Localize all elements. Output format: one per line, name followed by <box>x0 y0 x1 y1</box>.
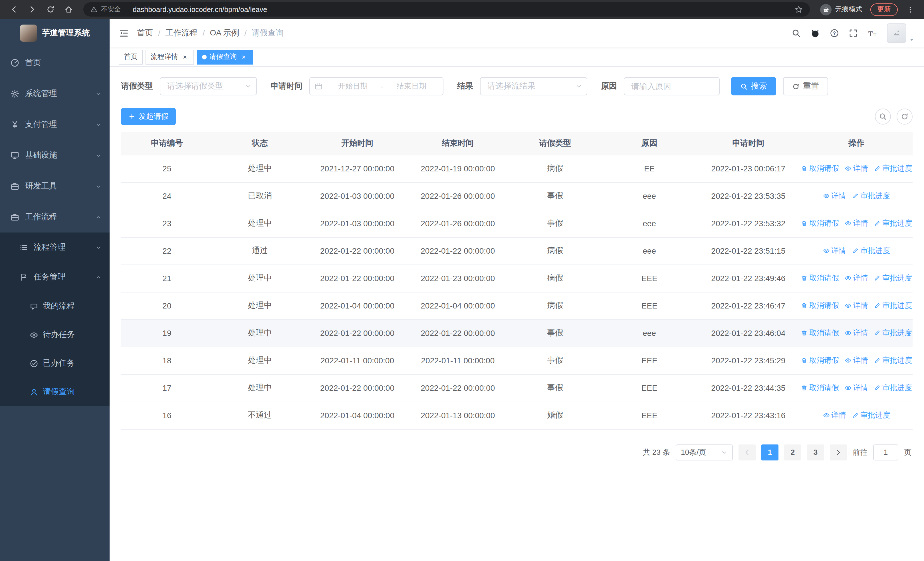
tab-leave-query[interactable]: 请假查询 × <box>197 50 253 64</box>
detail-link[interactable]: 详情 <box>844 301 868 311</box>
create-leave-button[interactable]: 发起请假 <box>121 108 176 125</box>
trash-icon <box>801 385 808 391</box>
workflow-submenu: 流程管理 任务管理 我的流程 待办任务 已办 <box>0 233 110 406</box>
refresh-icon <box>901 113 909 120</box>
tab-process-detail[interactable]: 流程详情 × <box>146 50 194 64</box>
detail-link[interactable]: 详情 <box>844 328 868 338</box>
sidebar-item-system[interactable]: 系统管理 <box>0 78 110 109</box>
help-icon[interactable] <box>830 29 839 38</box>
detail-link[interactable]: 详情 <box>823 191 846 201</box>
detail-link[interactable]: 详情 <box>844 218 868 229</box>
approval-progress-link[interactable]: 审批进度 <box>874 273 912 283</box>
page-button-3[interactable]: 3 <box>807 444 824 460</box>
bookmark-star-button[interactable] <box>795 5 803 14</box>
sidebar-item-leave-query[interactable]: 请假查询 <box>0 378 110 406</box>
collapse-sidebar-button[interactable] <box>119 28 129 38</box>
browser-home-button[interactable] <box>60 2 76 17</box>
sidebar-item-task-mgmt[interactable]: 任务管理 <box>0 262 110 292</box>
chevron-down-icon <box>95 152 102 158</box>
sidebar-item-payment[interactable]: 支付管理 <box>0 109 110 140</box>
search-button[interactable]: 搜索 <box>731 77 776 95</box>
sidebar-item-todo-tasks[interactable]: 待办任务 <box>0 320 110 349</box>
url-bar[interactable]: 不安全 dashboard.yudao.iocoder.cn/bpm/oa/le… <box>83 2 810 17</box>
detail-link[interactable]: 详情 <box>823 410 846 420</box>
tab-home[interactable]: 首页 <box>119 50 142 64</box>
detail-link[interactable]: 详情 <box>844 273 868 283</box>
browser-menu-button[interactable] <box>902 2 918 17</box>
font-size-icon[interactable] <box>867 28 877 38</box>
toggle-search-button[interactable] <box>875 108 891 125</box>
breadcrumb-item[interactable]: 工作流程 <box>165 28 198 38</box>
sidebar-item-infra[interactable]: 基础设施 <box>0 140 110 171</box>
page-button-2[interactable]: 2 <box>784 444 801 460</box>
approval-progress-link[interactable]: 审批进度 <box>852 191 890 201</box>
result-select[interactable]: 请选择流结果 <box>480 77 587 95</box>
cancel-leave-link[interactable]: 取消请假 <box>801 355 839 365</box>
browser-reload-button[interactable] <box>42 2 58 17</box>
detail-link[interactable]: 详情 <box>844 383 868 393</box>
detail-link[interactable]: 详情 <box>844 163 868 174</box>
page-size-select[interactable]: 10条/页 <box>676 444 733 460</box>
breadcrumb-item[interactable]: 首页 <box>137 28 153 38</box>
sidebar-item-process-mgmt[interactable]: 流程管理 <box>0 233 110 262</box>
page-button-1[interactable]: 1 <box>761 444 778 460</box>
cell-type: 事假 <box>508 182 602 210</box>
user-menu[interactable] <box>887 23 915 43</box>
edit-icon <box>852 247 859 254</box>
eye-icon <box>844 357 852 364</box>
cancel-leave-link[interactable]: 取消请假 <box>801 328 839 338</box>
arrow-right-icon <box>835 449 842 456</box>
breadcrumb-separator: / <box>244 29 246 38</box>
arrow-left-icon <box>744 449 750 456</box>
cancel-leave-link[interactable]: 取消请假 <box>801 163 839 174</box>
approval-progress-link[interactable]: 审批进度 <box>852 410 890 420</box>
sidebar-item-label: 我的流程 <box>43 301 75 311</box>
leave-type-select[interactable]: 请选择请假类型 <box>160 77 257 95</box>
cancel-leave-link[interactable]: 取消请假 <box>801 218 839 229</box>
header-search-icon[interactable] <box>792 29 801 38</box>
sidebar-item-done-tasks[interactable]: 已办任务 <box>0 349 110 378</box>
approval-progress-link[interactable]: 审批进度 <box>874 218 912 229</box>
active-tab-dot <box>202 54 207 59</box>
prev-page-button[interactable] <box>738 444 756 460</box>
detail-link[interactable]: 详情 <box>844 355 868 365</box>
page-size-value: 10条/页 <box>681 447 706 457</box>
cancel-leave-link[interactable]: 取消请假 <box>801 273 839 283</box>
approval-progress-link[interactable]: 审批进度 <box>874 383 912 393</box>
start-date-placeholder: 开始日期 <box>326 81 380 92</box>
goto-page-input[interactable] <box>873 444 898 460</box>
fullscreen-icon[interactable] <box>849 29 858 38</box>
close-icon[interactable]: × <box>181 53 189 61</box>
browser-back-button[interactable] <box>6 2 22 17</box>
cell-start: 2021-12-27 00:00:00 <box>307 155 408 182</box>
cell-applied: 2022-01-22 23:46:47 <box>697 292 800 319</box>
approval-progress-link[interactable]: 审批进度 <box>874 328 912 338</box>
approval-progress-link[interactable]: 审批进度 <box>874 355 912 365</box>
approval-progress-link[interactable]: 审批进度 <box>874 163 912 174</box>
sidebar-item-devtools[interactable]: 研发工具 <box>0 171 110 202</box>
approval-progress-link[interactable]: 审批进度 <box>852 246 890 256</box>
chat-icon <box>30 302 38 310</box>
browser-chrome: 不安全 dashboard.yudao.iocoder.cn/bpm/oa/le… <box>0 0 924 19</box>
breadcrumb-item[interactable]: OA 示例 <box>210 28 239 38</box>
close-icon[interactable]: × <box>240 53 248 61</box>
reset-button[interactable]: 重置 <box>783 77 828 95</box>
cell-id: 16 <box>121 402 213 429</box>
cancel-leave-link[interactable]: 取消请假 <box>801 383 839 393</box>
apply-time-range-picker[interactable]: 开始日期 - 结束日期 <box>309 77 444 95</box>
refresh-table-button[interactable] <box>897 108 913 125</box>
sidebar-item-my-process[interactable]: 我的流程 <box>0 292 110 320</box>
sidebar-item-home[interactable]: 首页 <box>0 47 110 78</box>
approval-progress-link[interactable]: 审批进度 <box>874 301 912 311</box>
reason-input[interactable] <box>624 77 720 95</box>
cell-status: 处理中 <box>213 374 307 402</box>
browser-update-button[interactable]: 更新 <box>870 3 898 16</box>
next-page-button[interactable] <box>830 444 847 460</box>
github-icon[interactable] <box>810 28 820 38</box>
sidebar-item-workflow[interactable]: 工作流程 <box>0 202 110 233</box>
cell-reason: EE <box>602 155 697 182</box>
cancel-leave-link[interactable]: 取消请假 <box>801 301 839 311</box>
user-avatar[interactable] <box>887 23 906 43</box>
detail-link[interactable]: 详情 <box>823 246 846 256</box>
browser-forward-button[interactable] <box>24 2 40 17</box>
